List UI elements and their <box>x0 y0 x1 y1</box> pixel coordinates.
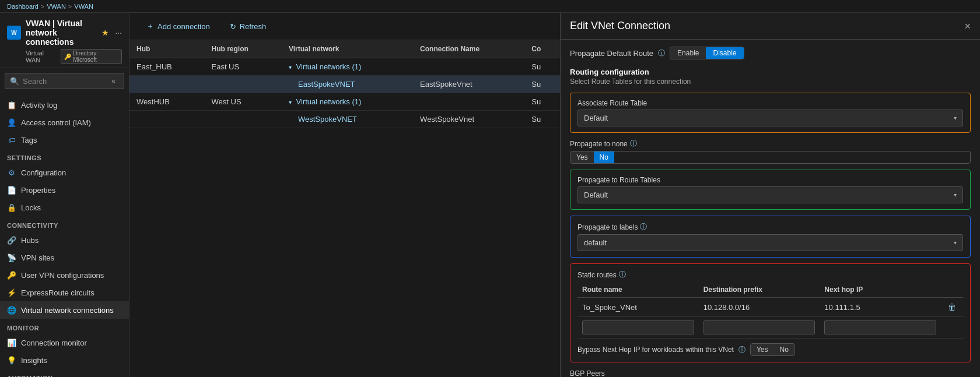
sidebar-item-hubs[interactable]: 🔗 Hubs <box>0 231 129 249</box>
breadcrumb-vwan2[interactable]: VWAN <box>74 3 93 10</box>
new-destination-prefix-input[interactable] <box>704 320 816 334</box>
disable-button[interactable]: Disable <box>706 47 743 59</box>
refresh-label: Refresh <box>240 22 267 31</box>
sidebar-item-user-vpn[interactable]: 🔑 User VPN configurations <box>0 266 129 284</box>
panel-body: Propagate Default Route ⓘ Enable Disable… <box>561 40 980 377</box>
vnet-group-link[interactable]: Virtual networks (1) <box>296 97 362 106</box>
static-routes-table: Route name Destination prefix Next hop I… <box>578 282 963 339</box>
col-hub: Hub <box>130 40 205 58</box>
favorite-button[interactable]: ★ <box>102 28 109 37</box>
more-button[interactable]: ··· <box>115 28 122 37</box>
next-hop-ip-cell: 10.111.1.5 <box>820 298 941 317</box>
locks-icon: 🔒 <box>7 203 16 212</box>
cell-vnet: ▾ Virtual networks (1) <box>282 58 413 76</box>
col-actions <box>941 282 963 298</box>
table-row[interactable]: WestSpokeVNET WestSpokeVnet Su <box>130 111 560 128</box>
resource-name: VWAN | Virtual network connections <box>26 19 94 47</box>
panel-close-button[interactable]: × <box>964 21 971 31</box>
bypass-info-icon[interactable]: ⓘ <box>738 345 746 355</box>
tags-icon: 🏷 <box>7 135 16 145</box>
collapse-sidebar-button[interactable]: « <box>108 76 119 86</box>
associate-route-table-value: Default <box>584 114 608 122</box>
sidebar-item-configuration[interactable]: ⚙ Configuration <box>0 164 129 181</box>
propagate-none-no-button[interactable]: No <box>594 151 614 163</box>
resource-type: Virtual WAN <box>26 50 57 64</box>
new-route-name-input[interactable] <box>582 320 694 334</box>
cell-hub-region <box>205 111 282 128</box>
bypass-yes-button[interactable]: Yes <box>751 344 774 355</box>
sidebar-item-activity-log[interactable]: 📋 Activity log <box>0 96 129 114</box>
content-area: ＋ Add connection ↻ Refresh Hub Hub regio… <box>130 13 560 377</box>
breadcrumb: Dashboard > VWAN > VWAN <box>0 0 980 13</box>
cell-connection-name: EastSpokeVnet <box>413 76 524 93</box>
cell-hub-region: West US <box>205 93 282 111</box>
refresh-button[interactable]: ↻ Refresh <box>222 19 274 34</box>
sidebar-item-label: Virtual network connections <box>21 306 114 315</box>
breadcrumb-vwan1[interactable]: VWAN <box>47 3 66 10</box>
table-row[interactable]: East_HUB East US ▾ Virtual networks (1) … <box>130 58 560 76</box>
search-container: 🔍 « <box>5 73 124 89</box>
sidebar-item-label: Tags <box>21 136 37 145</box>
propagate-labels-dropdown[interactable]: default ▾ <box>578 234 963 251</box>
propagate-none-info-icon[interactable]: ⓘ <box>630 139 637 149</box>
expand-icon: ▾ <box>289 99 292 105</box>
delete-route-button[interactable]: 🗑 <box>946 301 958 313</box>
chevron-down-icon: ▾ <box>954 192 957 198</box>
edit-panel: Edit VNet Connection × Propagate Default… <box>560 13 980 377</box>
hubs-icon: 🔗 <box>7 235 16 245</box>
cell-status: Su <box>524 76 560 93</box>
static-route-new-row <box>578 317 963 339</box>
add-connection-button[interactable]: ＋ Add connection <box>139 17 218 35</box>
cell-connection-name <box>413 58 524 76</box>
sidebar-item-label: Activity log <box>21 101 57 110</box>
col-next-hop-ip: Next hop IP <box>820 282 941 298</box>
sidebar-item-label: Hubs <box>21 236 38 245</box>
sidebar-item-tags[interactable]: 🏷 Tags <box>0 131 129 149</box>
sidebar-item-properties[interactable]: 📄 Properties <box>0 181 129 199</box>
sidebar-item-connection-monitor[interactable]: 📊 Connection monitor <box>0 334 129 351</box>
propagate-none-yes-button[interactable]: Yes <box>570 151 594 163</box>
sidebar-item-locks[interactable]: 🔒 Locks <box>0 199 129 216</box>
add-connection-label: Add connection <box>158 22 210 31</box>
propagate-labels-value: default <box>584 238 607 247</box>
sidebar-item-label: Insights <box>21 356 47 365</box>
propagate-labels-info-icon[interactable]: ⓘ <box>640 222 647 232</box>
sidebar-item-label: Configuration <box>21 168 66 177</box>
vnet-link[interactable]: WestSpokeVNET <box>289 115 357 124</box>
search-input[interactable] <box>23 77 104 86</box>
cell-hub: WestHUB <box>130 93 205 111</box>
vnet-link[interactable]: EastSpokeVNET <box>289 80 355 89</box>
connections-table-area: Hub Hub region Virtual network Connectio… <box>130 40 560 377</box>
enable-button[interactable]: Enable <box>670 47 706 59</box>
bypass-no-button[interactable]: No <box>774 344 794 355</box>
directory-badge: 🔑 Directory: Microsoft <box>61 49 122 64</box>
destination-prefix-cell: 10.128.0.0/16 <box>699 298 820 317</box>
table-row[interactable]: WestHUB West US ▾ Virtual networks (1) S… <box>130 93 560 111</box>
vnet-group-link[interactable]: Virtual networks (1) <box>296 62 362 71</box>
access-control-icon: 👤 <box>7 118 16 127</box>
breadcrumb-dashboard[interactable]: Dashboard <box>7 3 38 10</box>
sidebar-item-access-control[interactable]: 👤 Access control (IAM) <box>0 114 129 131</box>
table-row[interactable]: EastSpokeVNET EastSpokeVnet Su <box>130 76 560 93</box>
static-routes-info-icon[interactable]: ⓘ <box>619 270 626 280</box>
new-next-hop-ip-input[interactable] <box>824 320 936 334</box>
propagate-to-none-row: Propagate to none ⓘ Yes No <box>570 139 971 164</box>
cell-hub-region: East US <box>205 58 282 76</box>
associate-route-table-label: Associate Route Table <box>578 99 963 107</box>
propagate-info-icon[interactable]: ⓘ <box>658 48 665 58</box>
sidebar-item-vpn-sites[interactable]: 📡 VPN sites <box>0 249 129 266</box>
automation-section-label: Automation <box>0 369 129 377</box>
cell-vnet: ▾ Virtual networks (1) <box>282 93 413 111</box>
panel-header: Edit VNet Connection × <box>561 13 980 40</box>
sidebar-item-expressroute[interactable]: ⚡ ExpressRoute circuits <box>0 284 129 301</box>
cell-hub <box>130 111 205 128</box>
propagate-route-tables-dropdown[interactable]: Default ▾ <box>578 186 963 203</box>
propagate-none-toggle: Yes No <box>570 151 971 164</box>
static-routes-section: Static routes ⓘ Route name Destination p… <box>570 263 971 362</box>
user-vpn-icon: 🔑 <box>7 270 16 280</box>
sidebar-item-vnet-connections[interactable]: 🌐 Virtual network connections <box>0 301 129 319</box>
sidebar: W VWAN | Virtual network connections ★ ·… <box>0 13 130 377</box>
sidebar-item-insights[interactable]: 💡 Insights <box>0 351 129 369</box>
associate-route-table-dropdown[interactable]: Default ▾ <box>578 110 963 126</box>
properties-icon: 📄 <box>7 185 16 195</box>
